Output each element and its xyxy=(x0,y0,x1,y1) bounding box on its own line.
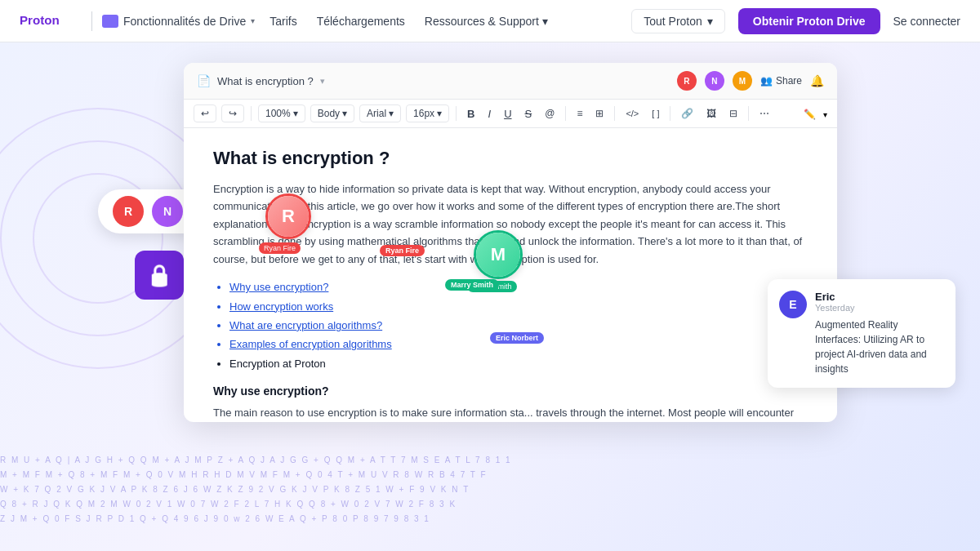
enc-row-5: Z J M + Q 0 F S J R P D 1 Q + Q 4 9 6 J … xyxy=(0,512,980,527)
tout-proton-label: Tout Proton xyxy=(644,15,702,28)
nav-telechargements[interactable]: Téléchargements xyxy=(317,15,405,28)
undo-button[interactable]: ↩ xyxy=(194,104,216,122)
eric-comment-bubble: E Eric Yesterday Augmented Reality Inter… xyxy=(768,279,956,388)
doc-title-left: 📄 What is encryption ? ▾ xyxy=(197,74,325,87)
bold-button[interactable]: B xyxy=(463,105,479,122)
enc-row-4: Q 8 + R J Q K Q M 2 M W 0 2 V 1 W 0 7 W … xyxy=(0,497,980,512)
edit-mode-button[interactable]: ✏️ xyxy=(800,106,820,122)
lock-icon xyxy=(135,251,184,300)
toolbar-right: ✏️ ▾ xyxy=(800,106,827,121)
doc-heading: What is encryption ? xyxy=(213,148,808,169)
doc-file-icon: 📄 xyxy=(197,74,211,87)
list-item-2[interactable]: How encryption works xyxy=(229,297,808,316)
style-label: Body xyxy=(318,108,340,119)
font-button[interactable]: Arial▾ xyxy=(359,104,401,122)
ryan-fire-label: Ryan Fire xyxy=(259,242,301,254)
logo[interactable]: Proton xyxy=(20,11,77,30)
doc-toolbar: ↩ ↪ 100%▾ Body▾ Arial▾ 16px▾ B I U S @ ≡… xyxy=(184,100,837,128)
doc-title-text: What is encryption ? xyxy=(217,75,314,87)
doc-title-right: R N M 👥 Share 🔔 xyxy=(677,71,824,91)
link-button[interactable]: 🔗 xyxy=(677,105,697,122)
toolbar-sep-2 xyxy=(456,106,457,121)
image-button[interactable]: 🖼 xyxy=(702,105,720,122)
comment-name: Eric xyxy=(815,291,944,303)
comment-time: Yesterday xyxy=(815,303,944,313)
zoom-button[interactable]: 100%▾ xyxy=(258,104,305,122)
nav-product-link[interactable]: Fonctionnalités de Drive ▾ xyxy=(102,15,255,28)
svg-text:Proton: Proton xyxy=(20,13,60,27)
eric-cursor: Eric Norbert xyxy=(490,332,544,344)
chevron-down-icon: ▾ xyxy=(251,16,255,25)
titlebar-notif-icon[interactable]: 🔔 xyxy=(810,74,824,87)
table2-button[interactable]: ⊟ xyxy=(725,105,742,122)
connecter-link[interactable]: Se connecter xyxy=(893,15,961,28)
codeblock-button[interactable]: [ ] xyxy=(648,106,663,121)
main-area: R M U + A Q | A J G H + Q Q M + A J M P … xyxy=(0,42,980,551)
enc-row-2: M + M F M + Q 8 + M F M + Q 0 V M H R H … xyxy=(0,468,980,482)
marry-smith-avatar: M xyxy=(476,233,520,277)
table-button[interactable]: ⊞ xyxy=(591,105,608,122)
size-button[interactable]: 16px▾ xyxy=(406,104,449,122)
doc-list: Why use encryption? How encryption works… xyxy=(229,278,808,373)
encrypted-rows: R M U + A Q | A J G H + Q Q M + A J M P … xyxy=(0,453,980,551)
nav-tarifs[interactable]: Tarifs xyxy=(270,15,296,28)
ryan-cursor: Ryan Fire xyxy=(380,245,425,256)
chevron-down-icon: ▾ xyxy=(707,15,713,28)
size-label: 16px xyxy=(413,108,434,119)
list-item-5: Encryption at Proton xyxy=(229,354,808,373)
titlebar-avatar-r: R xyxy=(677,71,697,91)
italic-button[interactable]: I xyxy=(484,105,496,122)
comment-body: Eric Yesterday Augmented Reality Interfa… xyxy=(815,291,944,376)
nav-divider xyxy=(91,11,92,31)
chevron-down-icon: ▾ xyxy=(437,108,442,119)
toolbar-sep-3 xyxy=(565,106,566,121)
font-label: Arial xyxy=(367,108,386,119)
titlebar-share-btn[interactable]: 👥 Share xyxy=(760,75,802,87)
ryan-fire-avatar: R xyxy=(268,196,309,237)
nav-right: Tout Proton ▾ Obtenir Proton Drive Se co… xyxy=(631,8,960,34)
doc-para2-text: The main reason to use encryption is to … xyxy=(213,407,794,422)
zoom-label: 100% xyxy=(265,108,291,119)
nav-ressources-label: Ressources & Support xyxy=(425,15,539,28)
folder-icon xyxy=(102,15,118,28)
nav-product-label: Fonctionnalités de Drive xyxy=(123,15,246,28)
doc-sub-heading: Why use encryption? xyxy=(213,384,808,398)
more-button[interactable]: ⋯ xyxy=(755,105,773,122)
avatar-r: R xyxy=(113,196,144,227)
align-button[interactable]: ≡ xyxy=(572,105,586,122)
redo-button[interactable]: ↪ xyxy=(221,104,244,122)
toolbar-sep-5 xyxy=(670,106,670,121)
tout-proton-button[interactable]: Tout Proton ▾ xyxy=(631,9,725,33)
share-icon: 👥 xyxy=(760,75,773,87)
comment-text: Augmented Reality Interfaces: Utilizing … xyxy=(815,318,944,376)
chevron-down-icon: ▾ xyxy=(823,110,827,119)
avatar-n: N xyxy=(152,196,183,227)
titlebar-share-label: Share xyxy=(776,75,802,87)
titlebar-avatar-m: M xyxy=(733,71,752,91)
titlebar-avatar-n: N xyxy=(705,71,724,91)
underline-button[interactable]: U xyxy=(500,105,515,122)
emoji-button[interactable]: @ xyxy=(541,105,559,122)
chevron-down-icon: ▾ xyxy=(293,108,298,119)
obtenir-button[interactable]: Obtenir Proton Drive xyxy=(738,8,880,34)
toolbar-sep-1 xyxy=(251,106,252,121)
eric-avatar: E xyxy=(779,291,807,318)
chevron-down-icon: ▾ xyxy=(389,108,394,119)
strikethrough-button[interactable]: S xyxy=(521,105,537,122)
toolbar-sep-4 xyxy=(614,106,615,121)
chevron-down-icon[interactable]: ▾ xyxy=(320,76,325,87)
enc-row-1: R M U + A Q | A J G H + Q Q M + A J M P … xyxy=(0,453,980,468)
navbar: Proton Fonctionnalités de Drive ▾ Tarifs… xyxy=(0,0,980,42)
chevron-down-icon: ▾ xyxy=(542,15,548,28)
marry-cursor: Marry Smith xyxy=(445,279,499,291)
chevron-down-icon: ▾ xyxy=(342,108,347,119)
code-button[interactable]: </> xyxy=(621,106,643,121)
doc-para-2: The main reason to use encryption is to … xyxy=(213,404,808,422)
doc-titlebar: 📄 What is encryption ? ▾ R N M 👥 Share 🔔 xyxy=(184,63,837,100)
style-button[interactable]: Body▾ xyxy=(310,104,354,122)
toolbar-sep-6 xyxy=(748,106,749,121)
list-item-1[interactable]: Why use encryption? xyxy=(229,278,808,296)
nav-ressources[interactable]: Ressources & Support ▾ xyxy=(425,15,548,28)
nav-links: Tarifs Téléchargements Ressources & Supp… xyxy=(270,15,548,28)
enc-row-3: W + K 7 Q 2 V G K J V A P K 8 Z 6 J 6 W … xyxy=(0,482,980,497)
